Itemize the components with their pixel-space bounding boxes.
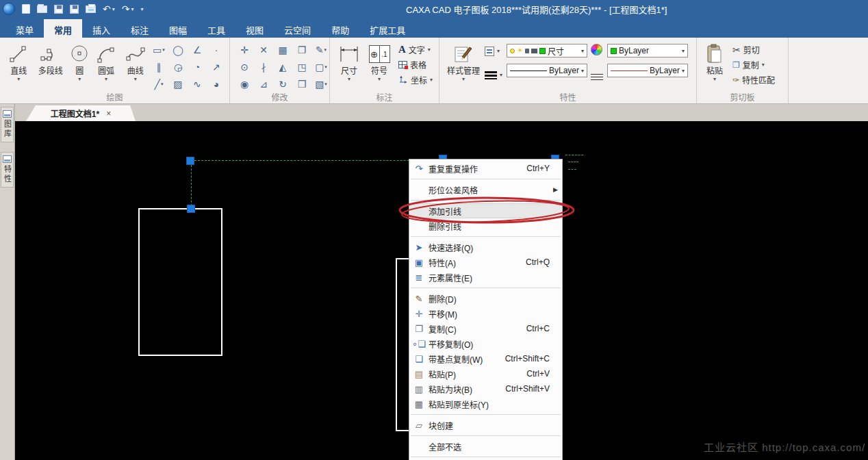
rectangle-icon[interactable]: ▭▾ [150, 41, 168, 58]
erase-icon-dropdown[interactable]: ▾ [324, 47, 327, 53]
offset-icon[interactable]: ◉ [235, 75, 253, 92]
context-menu-item-8[interactable]: ▣特性(A)Ctrl+Q [409, 255, 562, 270]
color-picker-icon[interactable] [591, 44, 602, 55]
layer-select-arrow-icon[interactable]: ▾ [581, 48, 584, 54]
context-menu-item-20[interactable]: ▱块创建 [409, 418, 562, 433]
grip-handle[interactable] [187, 205, 195, 213]
cut-button[interactable]: ✂ 剪切 [732, 42, 775, 57]
arrow-icon[interactable]: ↗ [207, 58, 225, 75]
rectangle-icon-dropdown[interactable]: ▾ [162, 47, 165, 53]
wave-line-icon[interactable]: ∿ [188, 75, 206, 92]
centerline-icon-dropdown[interactable]: ▾ [161, 81, 164, 87]
lineweight-dropdown-icon[interactable]: ▾ [500, 73, 502, 78]
context-menu-item-18[interactable]: ▦粘贴到原坐标(Y) [409, 396, 562, 411]
context-menu-item-4[interactable]: 添加引线 [409, 203, 562, 218]
dimline-select-arrow-icon[interactable]: ▾ [682, 68, 685, 74]
symbol-dropdown-icon[interactable]: ▾ [378, 77, 381, 82]
circle-dropdown-icon[interactable]: ▾ [78, 77, 81, 82]
rectangle-entity[interactable] [138, 208, 222, 356]
frame-icon-dropdown[interactable]: ▾ [324, 64, 327, 70]
hatch-edit-icon[interactable]: ▧▾ [312, 75, 330, 92]
line-button[interactable]: 直线 ▾ [4, 40, 34, 82]
menu-tab-3[interactable]: 标注 [120, 19, 159, 38]
polyline-button[interactable]: 多段线 [34, 40, 68, 76]
context-menu-item-0[interactable]: ↷重复重复操作Ctrl+Y [409, 161, 562, 176]
context-menu-item-17[interactable]: ▥粘贴为块(B)Ctrl+Shift+V [409, 381, 562, 396]
color-select-arrow-icon[interactable]: ▾ [682, 48, 685, 54]
menu-tab-8[interactable]: 帮助 [321, 19, 359, 38]
mirror-icon[interactable]: ◭ [274, 58, 292, 75]
move-icon[interactable]: ✛ [235, 41, 253, 58]
pie-icon[interactable]: ◔ [188, 58, 206, 75]
symbol-button[interactable]: ⊕.1 符号 ▾ [364, 40, 394, 82]
circle-button[interactable]: 圆 ▾ [68, 40, 92, 82]
document-tab[interactable]: 工程图文档1* × [26, 105, 136, 121]
stretch-icon[interactable]: ◳ [293, 58, 311, 75]
layer-dropdown-icon[interactable]: ▾ [497, 49, 500, 54]
context-menu-item-5[interactable]: 删除引线 [409, 218, 562, 233]
array-icon[interactable]: ▦ [274, 41, 292, 58]
erase-icon[interactable]: ✎▾ [312, 41, 330, 58]
extend-icon[interactable]: ∤ [255, 58, 272, 75]
context-menu-item-22[interactable]: 全部不选 [409, 439, 562, 454]
parallel-line-icon[interactable]: ∥ [150, 58, 168, 75]
paste-button[interactable]: 粘贴 ▾ [701, 40, 728, 82]
menu-tab-4[interactable]: 图幅 [159, 19, 197, 38]
copy-button[interactable]: ❐ 复制 ▾ [732, 58, 775, 72]
hatch-icon[interactable]: ▨ [169, 75, 187, 92]
arc-button[interactable]: 圆弧 ▾ [92, 40, 121, 82]
context-menu-item-15[interactable]: ❏带基点复制(W)Ctrl+Shift+C [409, 351, 562, 366]
axis-icon[interactable]: ∠ [188, 41, 206, 58]
close-tab-icon[interactable]: × [106, 109, 111, 118]
spline-button[interactable]: 曲线 ▾ [120, 40, 150, 82]
save-icon[interactable] [54, 5, 63, 14]
redo-button[interactable]: ↷▾ [122, 4, 134, 14]
hatch-edit-icon-dropdown[interactable]: ▾ [324, 81, 327, 87]
ellipse-icon[interactable]: ◯ [169, 41, 187, 58]
context-menu-item-12[interactable]: ✛平移(M) [409, 306, 562, 321]
menu-tab-9[interactable]: 扩展工具 [359, 19, 416, 38]
line-dropdown-icon[interactable]: ▾ [17, 77, 20, 82]
menu-tab-6[interactable]: 视图 [235, 19, 274, 38]
menu-tab-7[interactable]: 云空间 [274, 19, 321, 38]
spline-dropdown-icon[interactable]: ▾ [134, 77, 137, 82]
print-icon[interactable] [86, 5, 96, 13]
context-menu-item-13[interactable]: ❐复制(C)Ctrl+C [409, 321, 562, 336]
frame-icon[interactable]: ▢▾ [312, 58, 330, 75]
lineweight-button[interactable]: ▾ [485, 68, 502, 82]
grip-handle[interactable] [186, 157, 194, 165]
dimension-dropdown-icon[interactable]: ▾ [348, 77, 350, 82]
style-manager-dropdown-icon[interactable]: ▾ [462, 77, 465, 82]
trim-icon[interactable]: ✕ [255, 41, 272, 58]
coordinate-button[interactable]: 坐标 ▾ [398, 73, 433, 87]
dimension-button[interactable]: 尺寸 ▾ [334, 40, 364, 82]
dimline-select[interactable]: ByLayer ▾ [607, 64, 688, 77]
menu-tab-0[interactable]: 菜单 [5, 19, 44, 38]
sidebar-tab-library[interactable]: 图库 [1, 107, 14, 142]
context-menu-item-14[interactable]: ∘❏平移复制(O) [409, 336, 562, 351]
rotate-icon[interactable]: ↻ [274, 75, 292, 92]
explode-icon[interactable]: ❒ [293, 75, 311, 92]
copy-icon[interactable]: ❐ [293, 41, 311, 58]
color-select[interactable]: ByLayer ▾ [607, 44, 688, 58]
context-menu-item-16[interactable]: ▤粘贴(P)Ctrl+V [409, 366, 562, 381]
chamfer-icon[interactable]: ⊿ [255, 75, 272, 92]
context-menu-item-11[interactable]: ✎删除(D) [409, 291, 562, 306]
menu-tab-2[interactable]: 插入 [82, 19, 120, 38]
point-icon[interactable]: · [207, 41, 225, 58]
undo-dropdown-icon[interactable]: ▾ [112, 6, 115, 12]
linetype-select-arrow-icon[interactable]: ▾ [581, 68, 584, 74]
table-button[interactable]: 表格 [398, 58, 433, 72]
coordinate-dropdown-icon[interactable]: ▾ [430, 77, 433, 83]
copy-dropdown-icon[interactable]: ▾ [762, 62, 765, 68]
save-as-icon[interactable] [70, 5, 79, 14]
menu-tab-5[interactable]: 工具 [197, 19, 235, 38]
style-manager-button[interactable]: 样式管理 ▾ [444, 40, 483, 82]
open-file-icon[interactable] [37, 5, 47, 13]
text-button[interactable]: A 文字 ▾ [398, 42, 433, 57]
app-logo-icon[interactable] [3, 3, 15, 15]
context-menu-item-2[interactable]: 形位公差风格▶ [409, 182, 562, 197]
context-menu-item-9[interactable]: ≣元素属性(E) [409, 270, 562, 285]
layer-select[interactable]: ☀ 尺寸 ▾ [507, 44, 587, 58]
centerline-icon[interactable]: ╱▾ [150, 75, 168, 92]
